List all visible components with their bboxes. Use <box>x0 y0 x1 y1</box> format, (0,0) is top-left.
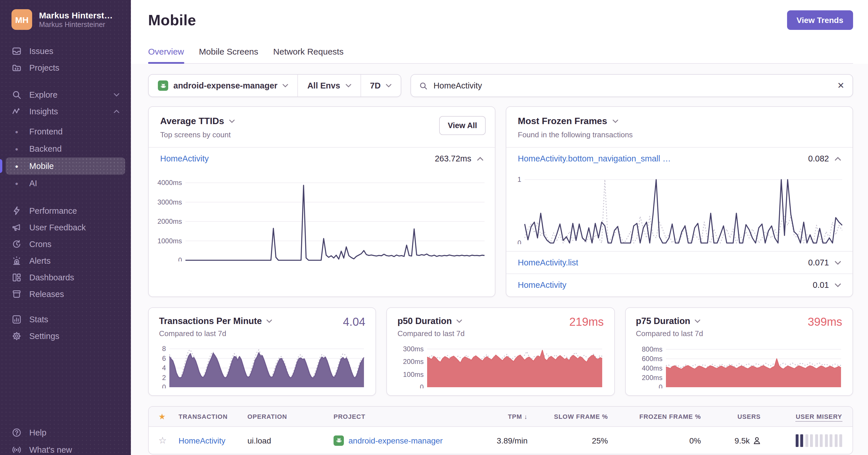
col-project[interactable]: PROJECT <box>330 413 474 420</box>
user-menu[interactable]: MH Markus Hinterst… Markus Hintersteiner <box>0 9 131 30</box>
issues-icon <box>11 46 22 56</box>
average-ttids-title[interactable]: Average TTIDs <box>160 116 484 126</box>
sidebar-item-explore[interactable]: Explore <box>0 86 131 103</box>
frozen-row-1[interactable]: HomeActivity.bottom_navigation_small … 0… <box>506 147 852 169</box>
transaction-link[interactable]: HomeActivity <box>518 280 566 289</box>
col-users[interactable]: USERS <box>711 413 771 420</box>
star-toggle[interactable]: ☆ <box>149 435 175 446</box>
sidebar-item-performance[interactable]: Performance <box>0 202 131 219</box>
sidebar-item-ai[interactable]: • AI <box>0 175 131 192</box>
misery-bar-segment <box>805 434 808 447</box>
svg-text:400ms: 400ms <box>642 364 662 372</box>
card-title-label: p75 Duration <box>636 316 690 326</box>
env-filter-value: All Envs <box>307 81 340 90</box>
tpm-title[interactable]: Transactions Per Minute <box>159 316 365 326</box>
col-tpm[interactable]: TPM ↓ <box>474 413 538 420</box>
sidebar-item-settings[interactable]: Settings <box>0 328 131 344</box>
sidebar-item-label: Backend <box>29 144 62 153</box>
sidebar-item-dashboards[interactable]: Dashboards <box>0 269 131 286</box>
user-info: Markus Hinterst… Markus Hintersteiner <box>39 10 113 29</box>
top-cards-row: Average TTIDs Top screens by count View … <box>148 106 853 297</box>
p75-duration-card: p75 Duration 399ms Compared to last 7d 8… <box>625 307 853 396</box>
tab-network-requests[interactable]: Network Requests <box>273 47 344 63</box>
users-count: 9.5k <box>735 436 750 445</box>
tab-mobile-screens[interactable]: Mobile Screens <box>199 47 258 63</box>
clock-icon <box>11 239 22 249</box>
chevron-up-icon[interactable] <box>477 157 484 161</box>
col-transaction[interactable]: TRANSACTION <box>175 413 244 420</box>
search-input[interactable]: HomeActivity ✕ <box>410 74 853 97</box>
col-user-misery[interactable]: USER MISERY <box>771 413 852 420</box>
tpm-card: Transactions Per Minute 4.04 Compared to… <box>148 307 376 396</box>
tab-overview[interactable]: Overview <box>148 47 184 63</box>
sidebar-item-frontend[interactable]: • Frontend <box>0 123 131 140</box>
p75-chart: 800ms600ms400ms200ms0 <box>636 344 842 388</box>
project-cell: android-expense-manager <box>330 435 474 446</box>
users-cell: 9.5k <box>711 436 771 445</box>
col-frozen-frame[interactable]: FROZEN FRAME % <box>618 413 711 420</box>
sidebar-item-label: Settings <box>29 331 59 340</box>
page-header: Mobile View Trends Overview Mobile Scree… <box>131 0 868 64</box>
transaction-link[interactable]: HomeActivity.list <box>518 258 578 267</box>
average-ttids-card: Average TTIDs Top screens by count View … <box>148 106 495 297</box>
frozen-frames-chart: 10 <box>512 173 843 244</box>
clear-search-icon[interactable]: ✕ <box>837 80 844 91</box>
p50-value: 219ms <box>569 315 603 329</box>
table-header: ★ TRANSACTION OPERATION PROJECT TPM ↓ SL… <box>149 407 852 427</box>
transaction-link[interactable]: HomeActivity <box>179 436 225 445</box>
transaction-link[interactable]: HomeActivity.bottom_navigation_small … <box>518 154 671 163</box>
sidebar-item-whats-new[interactable]: What's new <box>0 441 131 455</box>
date-range-filter[interactable]: 7D <box>360 75 401 96</box>
chevron-down-icon[interactable] <box>835 260 841 264</box>
sidebar-item-issues[interactable]: Issues <box>0 42 131 59</box>
frozen-frames-title[interactable]: Most Frozen Frames <box>518 116 841 126</box>
sidebar-item-crons[interactable]: Crons <box>0 235 131 252</box>
sidebar-item-label: Insights <box>29 107 58 116</box>
page-filter-group: android-expense-manager All Envs 7D <box>148 74 401 97</box>
average-ttids-header: Average TTIDs Top screens by count View … <box>149 107 495 147</box>
svg-text:0: 0 <box>518 239 521 244</box>
sidebar-item-mobile[interactable]: • Mobile <box>6 158 125 175</box>
sidebar-item-user-feedback[interactable]: User Feedback <box>0 219 131 235</box>
svg-text:600ms: 600ms <box>642 355 662 363</box>
sidebar-item-label: What's new <box>29 445 72 454</box>
col-slow-frame[interactable]: SLOW FRAME % <box>538 413 618 420</box>
insights-icon <box>11 106 22 116</box>
sidebar-item-alerts[interactable]: Alerts <box>0 252 131 269</box>
env-filter[interactable]: All Envs <box>298 75 360 96</box>
gear-icon <box>11 331 22 341</box>
sidebar-nav: Issues Projects Explore Insights • Front… <box>0 42 131 344</box>
search-value: HomeActivity <box>433 81 482 90</box>
broadcast-icon <box>11 445 22 455</box>
project-link[interactable]: android-expense-manager <box>348 436 443 445</box>
sidebar-item-projects[interactable]: Projects <box>0 59 131 76</box>
misery-bar-segment <box>795 434 798 447</box>
filter-bar: android-expense-manager All Envs 7D Home… <box>148 74 853 97</box>
star-column-header[interactable]: ★ <box>149 412 175 421</box>
sort-desc-icon: ↓ <box>524 413 528 420</box>
projects-icon <box>11 62 22 73</box>
transaction-link[interactable]: HomeActivity <box>160 154 209 163</box>
sidebar-item-label: Performance <box>29 206 77 215</box>
ttid-transaction-row[interactable]: HomeActivity 263.72ms <box>149 147 495 169</box>
project-filter[interactable]: android-expense-manager <box>149 75 298 96</box>
sidebar-item-insights[interactable]: Insights <box>0 103 131 119</box>
view-trends-button[interactable]: View Trends <box>787 10 853 30</box>
tab-bar: Overview Mobile Screens Network Requests <box>148 47 853 64</box>
sidebar-item-label: Stats <box>29 315 48 324</box>
view-all-button[interactable]: View All <box>439 116 486 135</box>
chevron-up-icon[interactable] <box>835 157 841 161</box>
sidebar-item-backend[interactable]: • Backend <box>0 140 131 158</box>
frozen-row-2[interactable]: HomeActivity.list 0.071 <box>506 251 852 274</box>
p75-value: 399ms <box>808 315 842 329</box>
bullet-icon: • <box>11 162 22 170</box>
sidebar-item-releases[interactable]: Releases <box>0 286 131 302</box>
col-operation[interactable]: OPERATION <box>244 413 330 420</box>
search-icon <box>419 81 428 90</box>
sidebar-item-stats[interactable]: Stats <box>0 311 131 328</box>
sidebar-item-help[interactable]: Help <box>0 424 131 441</box>
card-subtitle: Compared to last 7d <box>398 329 604 338</box>
chevron-down-icon <box>612 119 618 123</box>
chevron-down-icon[interactable] <box>835 283 841 287</box>
frozen-row-3[interactable]: HomeActivity 0.01 <box>506 274 852 296</box>
